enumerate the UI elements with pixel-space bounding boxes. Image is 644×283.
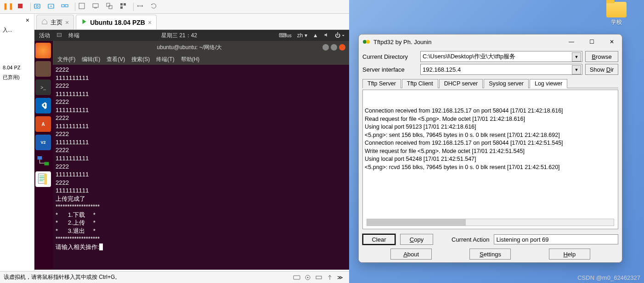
activities-button[interactable]: 活动 (39, 32, 50, 40)
close-icon[interactable]: × (2, 16, 32, 25)
about-button[interactable]: About (390, 249, 432, 260)
device-usb-icon[interactable] (326, 274, 334, 281)
terminal-icon[interactable]: >_ (35, 79, 51, 95)
windows-desktop: 学校 Tftpd32 by Ph. Jounin — ☐ ✕ Current D… (349, 0, 644, 283)
menu-view[interactable]: 查看(V) (107, 56, 125, 63)
tab-label: Ubuntu 18.04 PZB (90, 19, 145, 26)
minimize-icon[interactable] (322, 44, 329, 51)
copy-button[interactable]: Copy (400, 234, 433, 245)
log-line: <5.png>: rcvd 156 blks, 79645 bytes in 0… (365, 164, 616, 172)
pause-icon[interactable]: ❚❚ (3, 2, 14, 11)
tftp-tab-tftp-server[interactable]: Tftp Server (362, 79, 401, 88)
menu-help[interactable]: 帮助(H) (181, 56, 200, 63)
vmware-host-pane: ❚❚ × 入... 8.04 PZ 已弃用) 主页 × Ubun (0, 0, 349, 283)
vscode-icon[interactable] (35, 98, 51, 113)
close-icon[interactable]: × (148, 19, 152, 26)
snapshot-icon[interactable] (34, 2, 45, 11)
log-viewer-panel[interactable]: Connection received from 192.168.125.17 … (362, 90, 618, 229)
device-disk-icon[interactable] (293, 274, 301, 281)
menu-edit[interactable]: 编辑(E) (82, 56, 100, 63)
toolbar-separator (133, 3, 134, 11)
close-icon[interactable]: × (65, 19, 69, 26)
clock-label[interactable]: 星期三 21：42 (161, 32, 197, 40)
network-icon[interactable]: ▲ (313, 32, 318, 39)
stretch-icon[interactable] (136, 2, 147, 11)
vmware-toolbar: ❚❚ (0, 0, 349, 14)
svg-rect-9 (107, 3, 110, 6)
tftp-tab-log-viewer[interactable]: Log viewer (530, 79, 567, 88)
clear-button[interactable]: Clear (362, 234, 395, 245)
vm-display-area: 主页 × Ubuntu 18.04 PZB × 活动 终端 星期三 21：42 … (34, 14, 349, 271)
keyboard-icon[interactable]: ⌨us (279, 32, 292, 39)
menu-file[interactable]: 文件(F) (57, 56, 75, 63)
vmware-library-sidebar: × 入... 8.04 PZ 已弃用) (0, 14, 34, 271)
current-action-value: Listening on port 69 (494, 234, 618, 244)
desktop-folder-school[interactable]: 学校 (603, 2, 630, 26)
svg-point-23 (363, 40, 367, 44)
sidebar-vm-item[interactable]: 8.04 PZ (2, 63, 32, 72)
close-icon[interactable] (339, 44, 345, 51)
minimize-icon[interactable]: — (561, 35, 582, 49)
maximize-icon[interactable]: ☐ (582, 35, 602, 49)
current-action-label: Current Action (452, 236, 489, 243)
terminal-output[interactable]: 2222111111111122221111111111222211111111… (53, 65, 349, 270)
snapshot-manager-icon[interactable] (61, 2, 72, 11)
csdn-watermark: CSDN @m0_62462327 (577, 274, 640, 281)
sidebar-vm-item[interactable]: 已弃用) (2, 72, 32, 83)
tftpd32-icon (362, 38, 371, 45)
server-if-combo[interactable]: 192.168.125.4 (420, 64, 582, 75)
svg-rect-13 (120, 6, 123, 9)
device-more-icon[interactable]: ≫ (337, 274, 345, 281)
device-cd-icon[interactable] (304, 274, 312, 281)
device-net-icon[interactable] (315, 274, 323, 281)
showdir-button[interactable]: Show Dir (585, 64, 618, 75)
view-console-icon[interactable] (92, 2, 103, 11)
tab-ubuntu-vm[interactable]: Ubuntu 18.04 PZB × (76, 15, 157, 29)
fullscreen-icon[interactable] (78, 2, 89, 11)
window-titlebar[interactable]: ubuntu@ubuntu: ~/网络/大 (53, 41, 349, 54)
horizontal-scrollbar[interactable] (367, 219, 614, 226)
svg-point-21 (307, 277, 309, 278)
current-dir-combo[interactable]: C:\Users\l\Desktop\作业\大\tftp服务 (420, 51, 582, 62)
current-dir-label: Current Directory (362, 53, 418, 60)
svg-rect-1 (34, 4, 40, 8)
power-icon[interactable]: ⏻ ▾ (335, 32, 345, 39)
network-tool-icon[interactable] (35, 153, 51, 169)
folder-icon (606, 2, 627, 17)
lang-indicator[interactable]: zh ▾ (297, 32, 307, 39)
svg-rect-19 (294, 276, 300, 279)
files-icon[interactable] (35, 61, 51, 77)
thumbnail-icon[interactable] (119, 2, 130, 11)
menu-terminal[interactable]: 终端(T) (156, 56, 174, 63)
firefox-icon[interactable] (35, 43, 51, 58)
volume-icon[interactable] (324, 32, 329, 39)
tftp-tab-tftp-client[interactable]: Tftp Client (402, 79, 438, 88)
browse-button[interactable]: Browse (585, 51, 618, 62)
svg-rect-14 (57, 33, 62, 37)
vnc-icon[interactable]: V2 (35, 135, 51, 150)
app-menu-label[interactable]: 终端 (68, 32, 79, 40)
ubuntu-software-icon[interactable]: A (35, 116, 51, 132)
settings-button[interactable]: Settings (469, 249, 511, 260)
menu-search[interactable]: 搜索(S) (131, 56, 150, 63)
svg-rect-6 (79, 3, 85, 9)
stop-icon[interactable] (17, 2, 28, 11)
gnome-topbar: 活动 终端 星期三 21：42 ⌨us zh ▾ ▲ ⏻ ▾ (34, 30, 349, 41)
help-button[interactable]: Help (549, 249, 590, 260)
tab-home[interactable]: 主页 × (36, 15, 74, 29)
vm-tab-bar: 主页 × Ubuntu 18.04 PZB × (34, 14, 349, 30)
unity-icon[interactable] (106, 2, 117, 11)
snapshot-revert-icon[interactable] (47, 2, 58, 11)
toolbar-separator (75, 3, 75, 11)
sidebar-search[interactable]: 入... (2, 25, 32, 35)
close-icon[interactable]: ✕ (602, 35, 622, 49)
maximize-icon[interactable] (331, 44, 337, 51)
tftp-tab-syslog-server[interactable]: Syslog server (484, 79, 529, 88)
svg-rect-0 (18, 4, 23, 8)
svg-rect-18 (44, 174, 47, 184)
cycle-icon[interactable] (150, 2, 161, 11)
text-editor-icon[interactable] (35, 171, 51, 187)
window-titlebar[interactable]: Tftpd32 by Ph. Jounin — ☐ ✕ (359, 34, 622, 49)
tftp-tab-dhcp-server[interactable]: DHCP server (439, 79, 483, 88)
tab-label: 主页 (51, 18, 62, 27)
